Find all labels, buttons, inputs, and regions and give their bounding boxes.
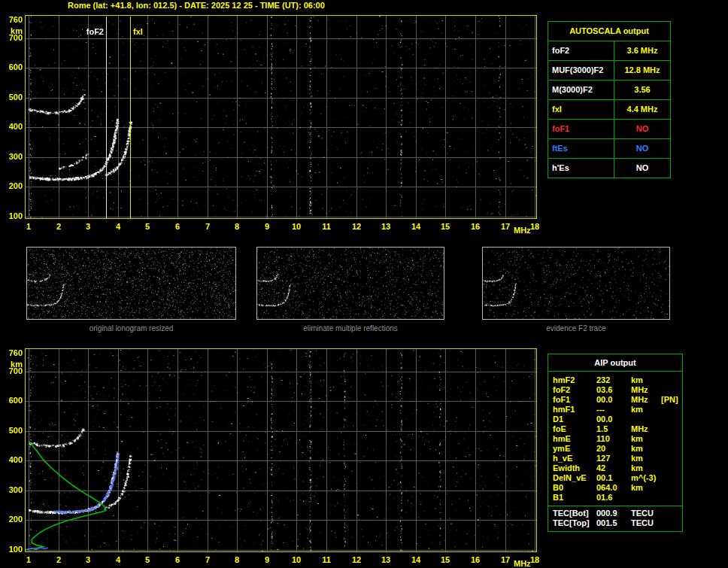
x-tick-10-top: 10: [288, 222, 305, 231]
aip-unit: [631, 415, 661, 424]
aip-unit: MHz: [631, 395, 661, 405]
aip-row-13: TEC[Bot]000.9TECU: [548, 506, 682, 518]
x-tick-6-top: 6: [169, 222, 186, 231]
x-tick-12-top: 12: [348, 222, 365, 231]
aip-value: 20: [596, 444, 631, 454]
aip-rows: hmF2232kmfoF203.6MHzfoF100.0MHz[PN]hmF1-…: [548, 375, 682, 528]
aip-unit: TECU: [631, 518, 661, 528]
x-tick-16-top: 16: [467, 222, 484, 231]
autoscala-param-value: 3.6 MHz: [614, 41, 670, 60]
autoscala-param-label: foF1: [548, 120, 614, 138]
autoscala-row-6: h'EsNO: [548, 159, 670, 178]
autoscala-param-value: 4.4 MHz: [614, 100, 670, 119]
autoscala-row-0: foF23.6 MHz: [548, 41, 670, 61]
x-tick-9-top: 9: [259, 222, 275, 231]
autoscala-param-value: 12.8 MHz: [614, 61, 670, 80]
aip-name: hmF2: [553, 375, 596, 385]
aip-unit: [631, 493, 661, 503]
x-tick-17-bottom: 17: [497, 555, 514, 564]
autoscala-param-value: NO: [614, 120, 670, 138]
top-ionogram-plot: foF2 fxI: [25, 15, 537, 219]
aip-extra: [661, 415, 682, 424]
aip-extra: [661, 434, 682, 444]
aip-title: AIP output: [548, 354, 682, 372]
autoscala-app-window: Rome (lat: +41.8, lon: 012.5) - DATE: 20…: [0, 0, 728, 568]
y-tick-760-bottom: 760: [2, 348, 23, 357]
aip-value: 00.1: [596, 473, 631, 483]
x-tick-1-bottom: 1: [20, 555, 37, 564]
y-axis-unit-top: km: [2, 26, 23, 35]
autoscala-param-value: 3.56: [614, 80, 670, 99]
aip-name: hmE: [553, 434, 596, 444]
x-tick-14-bottom: 14: [408, 555, 424, 564]
aip-row-9: Ewidth42km: [548, 463, 682, 473]
aip-unit: km: [631, 375, 661, 385]
aip-name: DelN_vE: [553, 473, 596, 483]
x-axis-unit-top: MHz: [514, 226, 531, 235]
aip-extra: [PN]: [661, 395, 682, 405]
aip-name: B0: [553, 483, 596, 493]
autoscala-param-label: foF2: [548, 41, 614, 60]
aip-extra: [661, 509, 682, 518]
autoscala-param-label: fxI: [548, 100, 614, 119]
aip-row-10: DelN_vE00.1m^(-3): [548, 473, 682, 483]
y-axis-unit-bottom: km: [2, 360, 23, 369]
y-tick-200-bottom: 200: [2, 515, 23, 524]
aip-name: Ewidth: [553, 463, 596, 473]
x-tick-2-bottom: 2: [50, 555, 67, 564]
autoscala-row-1: MUF(3000)F212.8 MHz: [548, 61, 670, 80]
x-tick-5-top: 5: [139, 222, 156, 231]
fof2-marker-label: foF2: [83, 27, 104, 36]
aip-name: ymE: [553, 444, 596, 454]
autoscala-row-5: ftEsNO: [548, 139, 670, 159]
x-tick-15-top: 15: [437, 222, 453, 231]
x-tick-7-top: 7: [199, 222, 216, 231]
y-tick-300-top: 300: [2, 152, 23, 161]
aip-extra: [661, 444, 682, 454]
page-title: Rome (lat: +41.8, lon: 012.5) - DATE: 20…: [68, 1, 325, 10]
x-tick-10-bottom: 10: [288, 555, 305, 564]
thumbnail-original-canvas: [26, 247, 236, 320]
aip-value: 001.5: [596, 518, 631, 528]
x-axis-unit-bottom: MHz: [514, 559, 531, 568]
autoscala-output-panel: AUTOSCALA output foF23.6 MHzMUF(3000)F21…: [548, 21, 671, 178]
aip-name: foE: [553, 424, 596, 434]
aip-unit: MHz: [631, 424, 661, 434]
aip-row-6: hmE110km: [548, 434, 682, 444]
x-tick-4-bottom: 4: [110, 555, 126, 564]
y-tick-400-top: 400: [2, 122, 23, 131]
x-tick-15-bottom: 15: [437, 555, 453, 564]
aip-value: 064.0: [596, 483, 631, 493]
aip-value: 1.5: [596, 424, 631, 434]
aip-value: 03.6: [596, 385, 631, 395]
thumbnail-no-multiples-canvas: [256, 247, 444, 320]
aip-value: 232: [596, 375, 631, 385]
y-tick-200-top: 200: [2, 181, 23, 190]
autoscala-rows: foF23.6 MHzMUF(3000)F212.8 MHzM(3000)F23…: [548, 41, 670, 178]
y-tick-100-bottom: 100: [2, 545, 23, 554]
aip-value: 00.0: [596, 415, 631, 424]
aip-name: TEC[Bot]: [553, 509, 596, 518]
aip-value: 42: [596, 463, 631, 473]
thumbnail-f2-trace: [482, 247, 670, 320]
x-tick-8-top: 8: [229, 222, 245, 231]
x-tick-13-bottom: 13: [378, 555, 394, 564]
autoscala-title: AUTOSCALA output: [548, 22, 670, 41]
aip-unit: TECU: [631, 509, 661, 518]
x-tick-6-bottom: 6: [169, 555, 186, 564]
fxi-marker-label: fxI: [133, 27, 143, 36]
y-tick-500-bottom: 500: [2, 426, 23, 435]
aip-row-5: foE1.5MHz: [548, 424, 682, 434]
aip-extra: [661, 518, 682, 528]
aip-extra: [661, 424, 682, 434]
x-tick-13-top: 13: [378, 222, 394, 231]
aip-row-12: B101.6: [548, 493, 682, 503]
aip-row-2: foF100.0MHz[PN]: [548, 395, 682, 405]
autoscala-row-3: fxI4.4 MHz: [548, 100, 670, 120]
autoscala-param-value: NO: [614, 159, 670, 178]
autoscala-param-label: MUF(3000)F2: [548, 61, 614, 80]
x-tick-2-top: 2: [50, 222, 67, 231]
thumbnail-original: [26, 247, 236, 320]
aip-value: 01.6: [596, 493, 631, 503]
aip-extra: [661, 463, 682, 473]
